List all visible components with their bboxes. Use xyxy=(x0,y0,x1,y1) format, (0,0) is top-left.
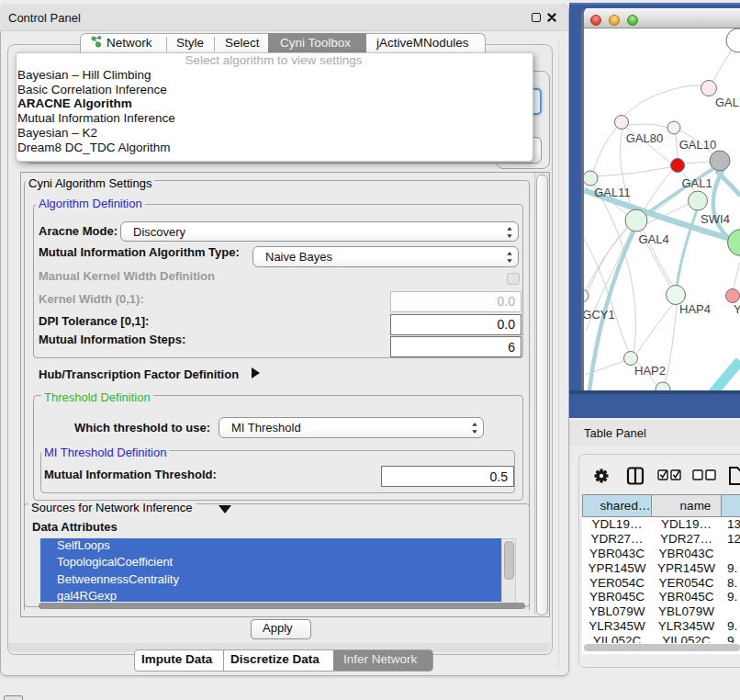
svg-text:HAP2: HAP2 xyxy=(634,364,666,378)
svg-text:SWI4: SWI4 xyxy=(701,212,730,226)
svg-text:GAL4: GAL4 xyxy=(638,232,668,246)
svg-text:GAL10: GAL10 xyxy=(679,138,716,152)
svg-text:GCY1: GCY1 xyxy=(584,308,615,322)
svg-text:GAL11: GAL11 xyxy=(594,186,631,199)
svg-text:GAL80: GAL80 xyxy=(626,131,663,145)
svg-text:GAL1: GAL1 xyxy=(681,176,712,190)
svg-text:Y: Y xyxy=(734,302,740,316)
svg-text:GAL7: GAL7 xyxy=(715,96,740,109)
svg-text:HAP4: HAP4 xyxy=(679,302,711,316)
